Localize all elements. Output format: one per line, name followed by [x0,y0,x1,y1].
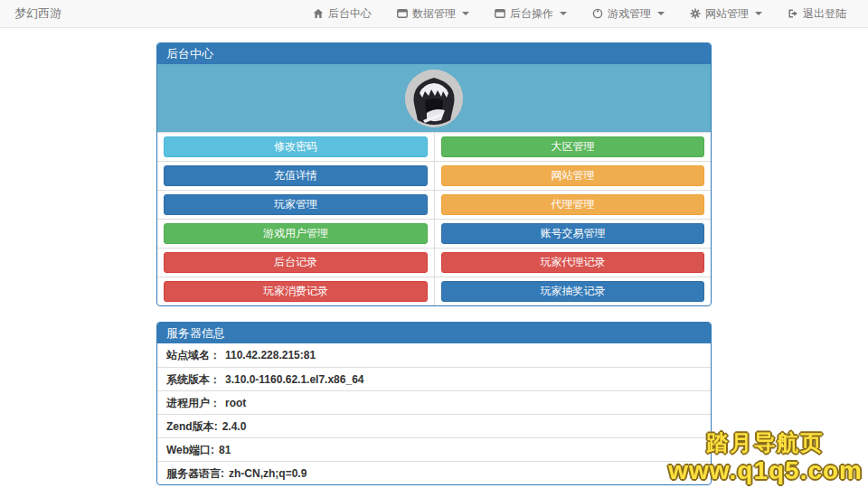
avatar-section [157,64,711,132]
server-info-row-os-version: 系统版本： 3.10.0-1160.62.1.el7.x86_64 [157,367,711,390]
watermark-url: www.q1q5.com [668,455,863,486]
nav-item-label: 数据管理 [412,6,456,22]
avatar [405,70,463,127]
player-consume-log-button[interactable]: 玩家消费记录 [164,281,428,302]
watermark-ad: 踏月导航页 www.q1q5.com [668,430,863,486]
nav-item-data-management[interactable]: 数据管理 [384,6,482,22]
window-icon [495,8,505,19]
row-value: 2.4.0 [222,419,247,434]
row-label: Zend版本: [166,419,218,434]
row-value: 3.10.0-1160.62.1.el7.x86_64 [225,372,363,387]
nav-item-game-management[interactable]: 游戏管理 [580,6,677,22]
nav-item-label: 后台操作 [510,6,553,22]
chevron-down-icon [657,12,665,15]
server-info-row-zend-version: Zend版本: 2.4.0 [157,414,711,437]
row-value: zh-CN,zh;q=0.9 [229,466,307,481]
website-management-button[interactable]: 网站管理 [441,165,704,186]
nav-item-label: 后台中心 [328,6,372,22]
chevron-down-icon [755,12,762,15]
nav-item-label: 游戏管理 [608,6,651,22]
row-label: 站点域名： [166,348,221,362]
admin-center-panel: 后台中心 修改密码 大区管理 充值详情 网站管理 玩家管理 代理管理 游戏用户管… [156,42,712,306]
recharge-details-button[interactable]: 充值详情 [164,165,428,186]
nav-item-label: 网站管理 [705,6,749,22]
server-info-panel: 服务器信息 站点域名： 110.42.228.215:81 系统版本： 3.10… [156,322,712,485]
panel-title: 后台中心 [157,43,711,64]
account-trade-management-button[interactable]: 账号交易管理 [441,223,704,244]
top-navbar: 梦幻西游 后台中心 数据管理 后台操作 游戏管理 [0,0,868,28]
player-agent-log-button[interactable]: 玩家代理记录 [441,252,704,273]
row-label: 进程用户： [166,396,221,410]
admin-log-button[interactable]: 后台记录 [164,252,428,273]
row-label: 系统版本： [166,372,221,387]
row-value: root [225,396,246,410]
window-icon [397,8,408,19]
row-label: 服务器语言: [166,466,224,481]
row-value: 110.42.228.215:81 [225,348,316,362]
server-info-list: 站点域名： 110.42.228.215:81 系统版本： 3.10.0-116… [157,343,711,484]
watermark-title: 踏月导航页 [668,430,863,456]
nav-item-logout[interactable]: 退出登陆 [775,6,859,22]
circle-icon [592,8,603,19]
nav-item-admin-operations[interactable]: 后台操作 [482,6,580,22]
sign-out-icon [788,8,798,19]
agent-management-button[interactable]: 代理管理 [441,194,704,215]
server-info-row-language: 服务器语言: zh-CN,zh;q=0.9 [157,461,711,484]
row-value: 81 [219,443,231,457]
nav-item-admin-center[interactable]: 后台中心 [300,6,384,22]
home-icon [313,8,324,19]
server-info-row-process-user: 进程用户： root [157,390,711,414]
player-management-button[interactable]: 玩家管理 [164,194,428,215]
chevron-down-icon [462,12,469,15]
admin-button-grid: 修改密码 大区管理 充值详情 网站管理 玩家管理 代理管理 游戏用户管理 账号交… [157,132,711,305]
main-content: 后台中心 修改密码 大区管理 充值详情 网站管理 玩家管理 代理管理 游戏用户管… [156,42,712,485]
zone-management-button[interactable]: 大区管理 [441,136,704,157]
nav-item-website-management[interactable]: 网站管理 [677,6,775,22]
server-info-row-domain: 站点域名： 110.42.228.215:81 [157,343,711,367]
panel-title: 服务器信息 [157,323,711,343]
server-info-row-web-port: Web端口: 81 [157,437,711,461]
nav-menu: 后台中心 数据管理 后台操作 游戏管理 [300,6,859,22]
row-label: Web端口: [166,443,214,457]
change-password-button[interactable]: 修改密码 [164,136,428,157]
nav-item-label: 退出登陆 [803,6,846,22]
player-lottery-log-button[interactable]: 玩家抽奖记录 [441,281,704,302]
chevron-down-icon [560,12,567,15]
game-user-management-button[interactable]: 游戏用户管理 [164,223,428,244]
gear-icon [690,8,701,19]
brand-title[interactable]: 梦幻西游 [9,5,67,22]
